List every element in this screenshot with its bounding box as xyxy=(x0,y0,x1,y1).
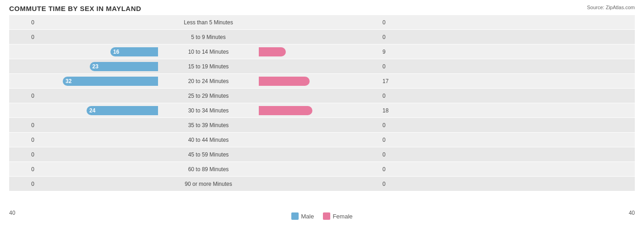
table-row: 0Less than 5 Minutes0 xyxy=(9,15,635,29)
female-bar xyxy=(259,106,312,115)
chart-container: COMMUTE TIME BY SEX IN MAYLAND Source: Z… xyxy=(0,0,644,240)
male-value: 0 xyxy=(9,151,34,158)
female-bar-area xyxy=(259,59,382,73)
male-bar-area xyxy=(34,147,158,162)
male-bar: 23 xyxy=(90,62,158,71)
row-label: 15 to 19 Minutes xyxy=(158,63,259,70)
row-label: 35 to 39 Minutes xyxy=(158,122,259,128)
legend-male: Male xyxy=(291,212,314,220)
female-value: 0 xyxy=(382,151,408,158)
female-bar-area xyxy=(259,30,382,44)
female-value: 0 xyxy=(382,181,408,187)
source-text: Source: ZipAtlas.com xyxy=(587,5,635,10)
male-value: 0 xyxy=(9,166,34,173)
legend-female-box xyxy=(323,212,330,220)
female-value: 17 xyxy=(382,78,408,84)
axis-right: 40 xyxy=(629,210,635,220)
legend-male-box xyxy=(291,212,299,220)
table-row: 1610 to 14 Minutes9 xyxy=(9,45,635,59)
male-bar: 24 xyxy=(87,106,158,115)
row-label: 40 to 44 Minutes xyxy=(158,137,259,143)
female-bar-area xyxy=(259,177,382,191)
row-label: Less than 5 Minutes xyxy=(158,19,259,26)
male-value: 0 xyxy=(9,34,34,40)
female-value: 18 xyxy=(382,107,408,114)
table-row: 045 to 59 Minutes0 xyxy=(9,147,635,162)
table-row: 090 or more Minutes0 xyxy=(9,177,635,191)
female-bar-area xyxy=(259,103,382,117)
male-value: 0 xyxy=(9,122,34,128)
male-bar-area xyxy=(34,89,158,103)
chart-area: 0Less than 5 Minutes005 to 9 Minutes0161… xyxy=(9,15,635,208)
female-bar-area xyxy=(259,89,382,103)
male-bar-area xyxy=(34,177,158,191)
male-value: 0 xyxy=(9,93,34,99)
male-bar-area xyxy=(34,15,158,29)
female-bar-area xyxy=(259,15,382,29)
female-value: 0 xyxy=(382,137,408,143)
table-row: 025 to 29 Minutes0 xyxy=(9,89,635,103)
female-bar-area xyxy=(259,162,382,176)
row-label: 45 to 59 Minutes xyxy=(158,151,259,158)
female-bar xyxy=(259,47,286,56)
female-value: 0 xyxy=(382,34,408,40)
male-bar-value: 24 xyxy=(89,107,95,114)
table-row: 05 to 9 Minutes0 xyxy=(9,30,635,44)
female-value: 0 xyxy=(382,63,408,70)
row-label: 20 to 24 Minutes xyxy=(158,78,259,84)
male-bar-area xyxy=(34,133,158,147)
table-row: 040 to 44 Minutes0 xyxy=(9,133,635,147)
male-bar-area: 16 xyxy=(34,45,158,59)
row-label: 5 to 9 Minutes xyxy=(158,34,259,40)
row-label: 10 to 14 Minutes xyxy=(158,49,259,55)
male-bar: 16 xyxy=(110,47,158,56)
male-bar-area xyxy=(34,30,158,44)
female-value: 0 xyxy=(382,19,408,26)
legend-female: Female xyxy=(323,212,352,220)
male-bar-value: 16 xyxy=(113,49,119,55)
table-row: 060 to 89 Minutes0 xyxy=(9,162,635,176)
female-value: 9 xyxy=(382,49,408,55)
male-value: 0 xyxy=(9,19,34,26)
male-bar-area: 32 xyxy=(34,74,158,88)
male-bar-value: 23 xyxy=(93,63,98,70)
row-label: 30 to 34 Minutes xyxy=(158,107,259,114)
female-bar-area xyxy=(259,118,382,132)
legend-male-label: Male xyxy=(301,213,314,220)
axis-left: 40 xyxy=(9,210,15,220)
axis-labels: 40 Male Female 40 xyxy=(9,210,635,220)
male-bar-area xyxy=(34,162,158,176)
male-bar-area: 24 xyxy=(34,103,158,117)
female-bar-area xyxy=(259,45,382,59)
male-value: 0 xyxy=(9,181,34,187)
male-value: 0 xyxy=(9,137,34,143)
legend: Male Female xyxy=(291,212,353,220)
table-row: 2315 to 19 Minutes0 xyxy=(9,59,635,73)
female-bar-area xyxy=(259,74,382,88)
table-row: 3220 to 24 Minutes17 xyxy=(9,74,635,88)
male-bar-value: 32 xyxy=(65,78,71,84)
female-value: 0 xyxy=(382,166,408,173)
row-label: 60 to 89 Minutes xyxy=(158,166,259,173)
row-label: 90 or more Minutes xyxy=(158,181,259,187)
legend-female-label: Female xyxy=(333,213,352,220)
male-bar-area xyxy=(34,118,158,132)
female-bar-area xyxy=(259,147,382,162)
female-bar-area xyxy=(259,133,382,147)
male-bar: 32 xyxy=(63,77,158,86)
female-value: 0 xyxy=(382,122,408,128)
chart-title: COMMUTE TIME BY SEX IN MAYLAND xyxy=(9,5,635,12)
female-bar xyxy=(259,77,310,86)
table-row: 2430 to 34 Minutes18 xyxy=(9,103,635,117)
table-row: 035 to 39 Minutes0 xyxy=(9,118,635,132)
row-label: 25 to 29 Minutes xyxy=(158,93,259,99)
male-bar-area: 23 xyxy=(34,59,158,73)
female-value: 0 xyxy=(382,93,408,99)
